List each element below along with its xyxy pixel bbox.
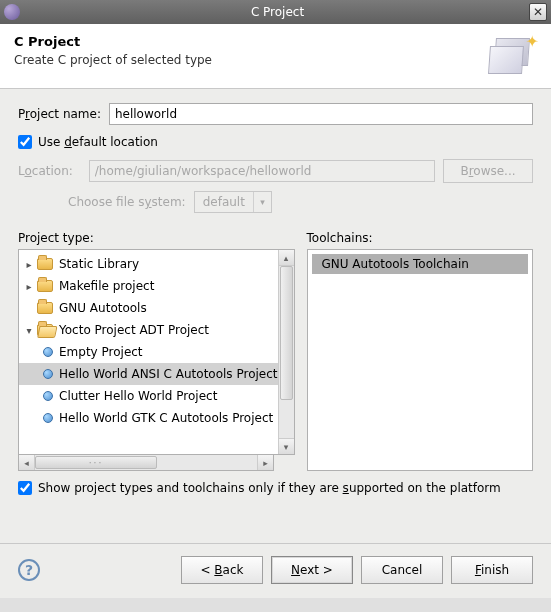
tree-leaf[interactable]: Hello World ANSI C Autotools Project xyxy=(19,363,278,385)
tree-item-label: Hello World GTK C Autotools Project xyxy=(59,411,273,425)
help-icon[interactable]: ? xyxy=(18,559,40,581)
folder-icon xyxy=(37,302,53,314)
tree-folder[interactable]: ▾Yocto Project ADT Project xyxy=(19,319,278,341)
scroll-left-icon[interactable]: ◂ xyxy=(19,455,35,470)
expand-closed-icon[interactable]: ▸ xyxy=(23,281,35,292)
expand-closed-icon[interactable]: ▸ xyxy=(23,259,35,270)
page-subtitle: Create C project of selected type xyxy=(14,53,489,67)
use-default-location-label: Use default location xyxy=(38,135,158,149)
window-title: C Project xyxy=(26,5,529,19)
app-icon xyxy=(4,4,20,20)
tree-item-label: GNU Autotools xyxy=(59,301,147,315)
tree-item-label: Hello World ANSI C Autotools Project xyxy=(59,367,278,381)
use-default-location-checkbox[interactable] xyxy=(18,135,32,149)
next-button[interactable]: Next > xyxy=(271,556,353,584)
toolchains-label: Toolchains: xyxy=(307,231,534,245)
toolchain-item[interactable]: GNU Autotools Toolchain xyxy=(312,254,529,274)
show-supported-only-checkbox[interactable] xyxy=(18,481,32,495)
chevron-down-icon: ▾ xyxy=(253,192,271,212)
tree-leaf[interactable]: Clutter Hello World Project xyxy=(19,385,278,407)
wizard-content: Project name: Use default location Locat… xyxy=(0,89,551,543)
tree-leaf[interactable]: Hello World GTK C Autotools Project xyxy=(19,407,278,429)
tree-leaf[interactable]: Empty Project xyxy=(19,341,278,363)
location-label: Location: xyxy=(18,164,73,178)
scroll-thumb[interactable] xyxy=(280,266,293,400)
scroll-down-icon[interactable]: ▾ xyxy=(279,438,294,454)
tree-item-label: Yocto Project ADT Project xyxy=(59,323,209,337)
tree-item-label: Clutter Hello World Project xyxy=(59,389,217,403)
location-input xyxy=(89,160,435,182)
folder-icon xyxy=(37,280,53,292)
project-name-label: Project name: xyxy=(18,107,101,121)
file-system-label: Choose file system: xyxy=(68,195,186,209)
project-type-tree[interactable]: ▸Static Library▸Makefile projectGNU Auto… xyxy=(18,249,295,455)
project-name-input[interactable] xyxy=(109,103,533,125)
toolchains-list[interactable]: GNU Autotools Toolchain xyxy=(307,249,534,471)
wizard-banner-icon: ✦ xyxy=(489,34,537,76)
scroll-up-icon[interactable]: ▴ xyxy=(279,250,294,266)
wizard-header: C Project Create C project of selected t… xyxy=(0,24,551,89)
folder-icon xyxy=(37,258,53,270)
file-system-select: default ▾ xyxy=(194,191,272,213)
close-button[interactable]: ✕ xyxy=(529,3,547,21)
template-icon xyxy=(43,391,53,401)
project-type-label: Project type: xyxy=(18,231,295,245)
wizard-footer: ? < Back Next > Cancel Finish xyxy=(0,543,551,598)
tree-item-label: Empty Project xyxy=(59,345,143,359)
scroll-right-icon[interactable]: ▸ xyxy=(257,455,273,470)
browse-button: Browse... xyxy=(443,159,533,183)
hscroll-thumb[interactable]: ··· xyxy=(35,456,157,469)
horizontal-scrollbar[interactable]: ◂ ··· ▸ xyxy=(18,455,274,471)
tree-item-label: Makefile project xyxy=(59,279,154,293)
expand-open-icon[interactable]: ▾ xyxy=(23,325,35,336)
template-icon xyxy=(43,369,53,379)
show-supported-only-label: Show project types and toolchains only i… xyxy=(38,481,501,495)
tree-item-label: Static Library xyxy=(59,257,139,271)
folder-icon xyxy=(37,324,53,336)
back-button[interactable]: < Back xyxy=(181,556,263,584)
template-icon xyxy=(43,413,53,423)
finish-button[interactable]: Finish xyxy=(451,556,533,584)
cancel-button[interactable]: Cancel xyxy=(361,556,443,584)
page-title: C Project xyxy=(14,34,489,49)
template-icon xyxy=(43,347,53,357)
titlebar: C Project ✕ xyxy=(0,0,551,24)
vertical-scrollbar[interactable]: ▴ ▾ xyxy=(278,250,294,454)
tree-folder[interactable]: ▸Static Library xyxy=(19,253,278,275)
tree-folder[interactable]: ▸Makefile project xyxy=(19,275,278,297)
tree-folder[interactable]: GNU Autotools xyxy=(19,297,278,319)
